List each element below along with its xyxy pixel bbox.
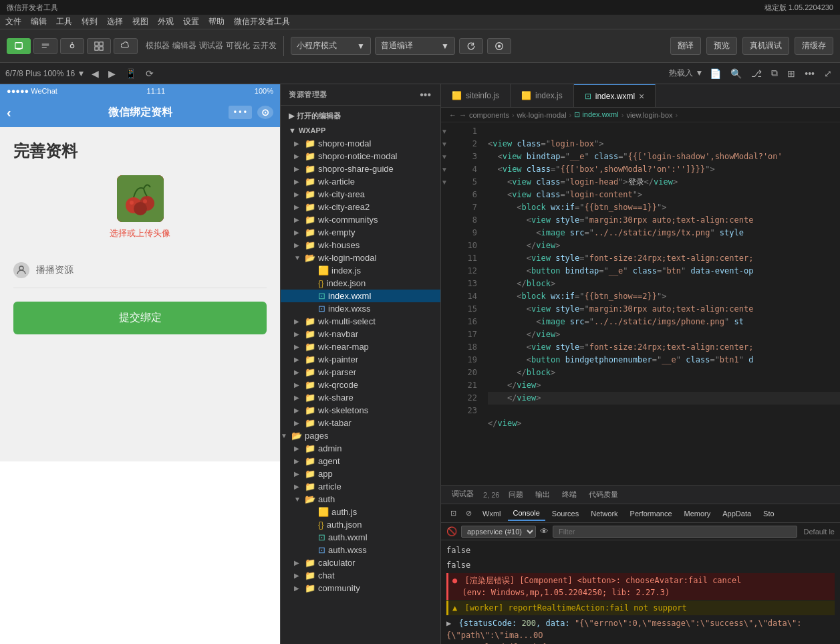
tree-shopro-share[interactable]: ▶ 📁 shopro-share-guide: [281, 163, 440, 175]
more-icon[interactable]: •••: [802, 67, 817, 80]
console-tab-appdata[interactable]: AppData: [717, 507, 756, 520]
tree-wk-painter[interactable]: ▶ 📁 wk-painter: [281, 353, 440, 366]
split-icon[interactable]: ⊞: [785, 67, 798, 80]
preview-button[interactable]: 预览: [706, 37, 737, 55]
tree-index-wxss[interactable]: ⊡ index.wxss: [281, 302, 440, 315]
editor-button[interactable]: [33, 38, 57, 54]
menu-settings[interactable]: 设置: [183, 16, 199, 27]
phone-back-button[interactable]: ‹: [7, 105, 11, 120]
menu-file[interactable]: 文件: [5, 16, 21, 27]
tree-shopro-notice[interactable]: ▶ 📁 shopro-notice-modal: [281, 150, 440, 163]
tree-index-wxml[interactable]: ⊡ index.wxml: [281, 290, 440, 302]
rotate-icon[interactable]: ⟳: [143, 67, 156, 80]
tree-wk-share[interactable]: ▶ 📁 wk-share: [281, 391, 440, 404]
console-tab-block-icon[interactable]: ⊘: [462, 506, 476, 520]
console-tab-memory[interactable]: Memory: [679, 507, 716, 520]
git-icon[interactable]: ⎇: [748, 67, 764, 80]
wxapp-header[interactable]: ▼ WXAPP: [281, 124, 440, 137]
clear-button[interactable]: 清缓存: [795, 37, 833, 55]
devtools-tab-output[interactable]: 输出: [530, 487, 555, 502]
simulator-button[interactable]: [7, 38, 31, 54]
devtools-tab-terminal[interactable]: 终端: [557, 487, 582, 502]
tree-wk-houses[interactable]: ▶ 📁 wk-houses: [281, 239, 440, 251]
translate-button[interactable]: 翻译: [670, 37, 701, 55]
devtools-tab-quality[interactable]: 代码质量: [583, 487, 623, 502]
tree-wk-skeletons[interactable]: ▶ 📁 wk-skeletons: [281, 404, 440, 417]
tree-admin[interactable]: ▶ 📁 admin: [281, 442, 440, 455]
console-tab-network[interactable]: Network: [585, 507, 623, 520]
tree-pages[interactable]: ▼ 📂 pages: [281, 429, 440, 442]
phone-dots-button[interactable]: • • •: [229, 106, 252, 119]
menu-view[interactable]: 视图: [132, 16, 148, 27]
visual-button[interactable]: [87, 38, 111, 54]
debugger-button[interactable]: [60, 38, 84, 54]
tree-wk-empty[interactable]: ▶ 📁 wk-empty: [281, 226, 440, 239]
menu-appearance[interactable]: 外观: [158, 16, 174, 27]
tree-wk-city-area2[interactable]: ▶ 📁 wk-city-area2: [281, 201, 440, 213]
console-tab-wxml[interactable]: Wxml: [477, 507, 507, 520]
breadcrumb-nav-forward[interactable]: →: [459, 111, 466, 119]
tree-index-json[interactable]: {} index.json: [281, 277, 440, 290]
breadcrumb-wk-login-modal[interactable]: wk-login-modal: [517, 111, 567, 119]
hotreload-label[interactable]: 热载入 ▼: [669, 68, 703, 79]
tree-wk-city-area[interactable]: ▶ 📁 wk-city-area: [281, 188, 440, 201]
console-filter-input[interactable]: [553, 526, 797, 538]
breadcrumb-view-login-box[interactable]: view.login-box: [626, 111, 672, 119]
expand-icon[interactable]: ⤢: [821, 67, 835, 80]
device-label[interactable]: 6/7/8 Plus 100% 16 ▼: [5, 69, 85, 78]
tree-wk-tabar[interactable]: ▶ 📁 wk-tabar: [281, 417, 440, 429]
devtools-tab-problems[interactable]: 问题: [503, 487, 529, 502]
phone-icon[interactable]: 📱: [122, 67, 139, 80]
avatar-image[interactable]: [117, 175, 164, 222]
console-stop-icon[interactable]: 🚫: [446, 526, 457, 536]
nav-forward-icon[interactable]: ▶: [106, 67, 118, 80]
breadcrumb-components[interactable]: components: [469, 111, 509, 119]
preview-compile-button[interactable]: [487, 38, 511, 54]
tree-calculator[interactable]: ▶ 📁 calculator: [281, 556, 440, 569]
search-icon[interactable]: 🔍: [728, 67, 744, 80]
upload-link[interactable]: 选择或上传头像: [110, 227, 170, 239]
menu-selection[interactable]: 选择: [107, 16, 123, 27]
tree-wk-multi[interactable]: ▶ 📁 wk-multi-select: [281, 315, 440, 328]
breadcrumb-index-wxml[interactable]: ⊡ index.wxml: [574, 110, 618, 119]
tree-shopro-modal[interactable]: ▶ 📁 shopro-modal: [281, 137, 440, 150]
console-tab-storage[interactable]: Sto: [758, 507, 780, 520]
cloud-button[interactable]: [114, 38, 138, 54]
tab-index-wxml[interactable]: ⊡ index.wxml ×: [574, 84, 656, 108]
devtools-tab-debugger[interactable]: 调试器: [446, 486, 479, 503]
open-editors-header[interactable]: ▶ 打开的编辑器: [281, 108, 440, 124]
console-tab-icon[interactable]: ⊡: [446, 506, 460, 520]
mode-select[interactable]: 小程序模式 ▼: [291, 37, 371, 55]
tree-chat[interactable]: ▶ 📁 chat: [281, 569, 440, 582]
tree-auth-js[interactable]: 🟨 auth.js: [281, 506, 440, 518]
file-icon[interactable]: 📄: [707, 67, 724, 80]
tree-auth-json[interactable]: {} auth.json: [281, 518, 440, 531]
tree-wk-parser[interactable]: ▶ 📁 wk-parser: [281, 366, 440, 379]
menu-goto[interactable]: 转到: [82, 16, 98, 27]
appservice-select[interactable]: appservice (#10): [461, 526, 536, 538]
nav-back-icon[interactable]: ◀: [89, 67, 102, 80]
tree-wk-article[interactable]: ▶ 📁 wk-article: [281, 175, 440, 188]
tree-wk-near-map[interactable]: ▶ 📁 wk-near-map: [281, 340, 440, 353]
console-tab-console[interactable]: Console: [508, 506, 545, 521]
real-debug-button[interactable]: 真机调试: [742, 37, 789, 55]
menu-help[interactable]: 帮助: [208, 16, 225, 27]
tab-index-js[interactable]: 🟨 index.js: [511, 84, 574, 108]
tree-wk-qrcode[interactable]: ▶ 📁 wk-qrcode: [281, 379, 440, 391]
tab-siteinfo-js[interactable]: 🟨 siteinfo.js: [441, 84, 511, 108]
tree-wk-navbar[interactable]: ▶ 📁 wk-navbar: [281, 328, 440, 340]
obj-arrow-icon[interactable]: ▶: [446, 619, 451, 628]
tree-app[interactable]: ▶ 📁 app: [281, 467, 440, 480]
console-tab-sources[interactable]: Sources: [547, 507, 584, 520]
phone-camera-button[interactable]: ⊙: [257, 106, 273, 119]
copy-icon[interactable]: ⧉: [768, 66, 781, 80]
refresh-button[interactable]: [459, 38, 483, 54]
tab-close-button[interactable]: ×: [639, 91, 644, 102]
submit-button[interactable]: 提交绑定: [13, 302, 267, 334]
tree-auth[interactable]: ▼ 📂 auth: [281, 493, 440, 506]
tree-article[interactable]: ▶ 📁 article: [281, 480, 440, 493]
compile-select[interactable]: 普通编译 ▼: [375, 37, 455, 55]
menu-tools[interactable]: 工具: [56, 16, 72, 27]
menu-wechat[interactable]: 微信开发者工具: [234, 16, 290, 27]
tree-wk-communitys[interactable]: ▶ 📁 wk-communitys: [281, 213, 440, 226]
